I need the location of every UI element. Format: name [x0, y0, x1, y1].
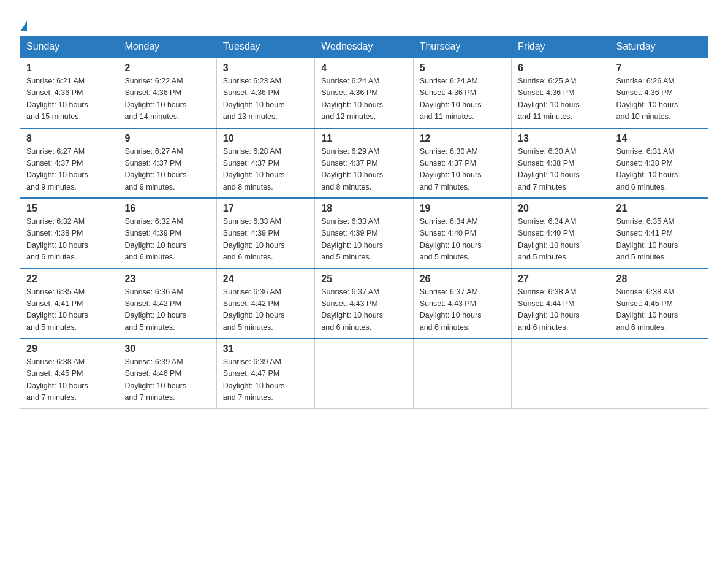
day-number: 8 [26, 133, 112, 144]
calendar-day-cell: 21Sunrise: 6:35 AMSunset: 4:41 PMDayligh… [610, 198, 708, 269]
calendar-day-cell: 11Sunrise: 6:29 AMSunset: 4:37 PMDayligh… [315, 128, 413, 199]
calendar-day-cell: 30Sunrise: 6:39 AMSunset: 4:46 PMDayligh… [118, 339, 216, 408]
day-number: 3 [223, 63, 308, 74]
day-number: 14 [616, 133, 702, 144]
day-info: Sunrise: 6:35 AMSunset: 4:41 PMDaylight:… [26, 286, 112, 334]
day-info: Sunrise: 6:24 AMSunset: 4:36 PMDaylight:… [321, 75, 406, 123]
calendar-day-cell: 18Sunrise: 6:33 AMSunset: 4:39 PMDayligh… [315, 198, 413, 269]
calendar-day-cell [413, 339, 511, 408]
logo [20, 15, 27, 31]
day-info: Sunrise: 6:39 AMSunset: 4:47 PMDaylight:… [223, 356, 308, 404]
calendar-header-row: SundayMondayTuesdayWednesdayThursdayFrid… [20, 36, 708, 58]
day-info: Sunrise: 6:28 AMSunset: 4:37 PMDaylight:… [223, 146, 308, 194]
calendar-week-row: 22Sunrise: 6:35 AMSunset: 4:41 PMDayligh… [20, 269, 708, 339]
calendar-week-row: 8Sunrise: 6:27 AMSunset: 4:37 PMDaylight… [20, 128, 708, 199]
calendar-day-cell: 17Sunrise: 6:33 AMSunset: 4:39 PMDayligh… [216, 198, 314, 269]
day-info: Sunrise: 6:37 AMSunset: 4:43 PMDaylight:… [420, 286, 505, 334]
day-number: 4 [321, 63, 406, 74]
calendar-table: SundayMondayTuesdayWednesdayThursdayFrid… [20, 36, 708, 409]
calendar-day-cell [315, 339, 413, 408]
calendar-day-cell: 20Sunrise: 6:34 AMSunset: 4:40 PMDayligh… [512, 198, 610, 269]
day-of-week-header: Saturday [610, 36, 708, 58]
calendar-day-cell: 25Sunrise: 6:37 AMSunset: 4:43 PMDayligh… [315, 269, 413, 339]
calendar-day-cell: 7Sunrise: 6:26 AMSunset: 4:36 PMDaylight… [610, 58, 708, 128]
day-of-week-header: Monday [118, 36, 216, 58]
day-number: 22 [26, 274, 112, 285]
day-number: 10 [223, 133, 308, 144]
logo-general-line [20, 15, 27, 31]
calendar-day-cell: 23Sunrise: 6:36 AMSunset: 4:42 PMDayligh… [118, 269, 216, 339]
day-of-week-header: Thursday [413, 36, 511, 58]
day-info: Sunrise: 6:38 AMSunset: 4:45 PMDaylight:… [616, 286, 702, 334]
day-number: 6 [518, 63, 603, 74]
calendar-day-cell: 5Sunrise: 6:24 AMSunset: 4:36 PMDaylight… [413, 58, 511, 128]
day-number: 30 [124, 343, 210, 354]
day-number: 2 [124, 63, 210, 74]
day-number: 12 [420, 133, 505, 144]
day-info: Sunrise: 6:39 AMSunset: 4:46 PMDaylight:… [124, 356, 210, 404]
calendar-day-cell: 15Sunrise: 6:32 AMSunset: 4:38 PMDayligh… [20, 198, 118, 269]
day-number: 1 [26, 63, 112, 74]
day-number: 28 [616, 274, 702, 285]
day-number: 16 [124, 203, 210, 214]
day-info: Sunrise: 6:31 AMSunset: 4:38 PMDaylight:… [616, 146, 702, 194]
day-number: 21 [616, 203, 702, 214]
calendar-day-cell: 9Sunrise: 6:27 AMSunset: 4:37 PMDaylight… [118, 128, 216, 199]
day-info: Sunrise: 6:35 AMSunset: 4:41 PMDaylight:… [616, 216, 702, 264]
day-number: 17 [223, 203, 308, 214]
day-info: Sunrise: 6:38 AMSunset: 4:44 PMDaylight:… [518, 286, 603, 334]
calendar-day-cell [610, 339, 708, 408]
calendar-day-cell: 19Sunrise: 6:34 AMSunset: 4:40 PMDayligh… [413, 198, 511, 269]
calendar-day-cell: 12Sunrise: 6:30 AMSunset: 4:37 PMDayligh… [413, 128, 511, 199]
day-info: Sunrise: 6:36 AMSunset: 4:42 PMDaylight:… [124, 286, 210, 334]
day-info: Sunrise: 6:26 AMSunset: 4:36 PMDaylight:… [616, 75, 702, 123]
calendar-day-cell: 13Sunrise: 6:30 AMSunset: 4:38 PMDayligh… [512, 128, 610, 199]
calendar-day-cell: 2Sunrise: 6:22 AMSunset: 4:36 PMDaylight… [118, 58, 216, 128]
day-info: Sunrise: 6:25 AMSunset: 4:36 PMDaylight:… [518, 75, 603, 123]
day-info: Sunrise: 6:38 AMSunset: 4:45 PMDaylight:… [26, 356, 112, 404]
day-number: 11 [321, 133, 406, 144]
day-number: 24 [223, 274, 308, 285]
day-info: Sunrise: 6:22 AMSunset: 4:36 PMDaylight:… [124, 75, 210, 123]
day-number: 31 [223, 343, 308, 354]
day-info: Sunrise: 6:30 AMSunset: 4:37 PMDaylight:… [420, 146, 505, 194]
day-number: 13 [518, 133, 603, 144]
calendar-day-cell: 6Sunrise: 6:25 AMSunset: 4:36 PMDaylight… [512, 58, 610, 128]
day-info: Sunrise: 6:32 AMSunset: 4:38 PMDaylight:… [26, 216, 112, 264]
day-of-week-header: Tuesday [216, 36, 314, 58]
calendar-day-cell: 31Sunrise: 6:39 AMSunset: 4:47 PMDayligh… [216, 339, 314, 408]
day-of-week-header: Friday [512, 36, 610, 58]
day-info: Sunrise: 6:34 AMSunset: 4:40 PMDaylight:… [420, 216, 505, 264]
day-number: 5 [420, 63, 505, 74]
day-of-week-header: Sunday [20, 36, 118, 58]
day-info: Sunrise: 6:30 AMSunset: 4:38 PMDaylight:… [518, 146, 603, 194]
day-info: Sunrise: 6:33 AMSunset: 4:39 PMDaylight:… [223, 216, 308, 264]
calendar-day-cell: 4Sunrise: 6:24 AMSunset: 4:36 PMDaylight… [315, 58, 413, 128]
day-info: Sunrise: 6:24 AMSunset: 4:36 PMDaylight:… [420, 75, 505, 123]
day-info: Sunrise: 6:36 AMSunset: 4:42 PMDaylight:… [223, 286, 308, 334]
calendar-day-cell: 10Sunrise: 6:28 AMSunset: 4:37 PMDayligh… [216, 128, 314, 199]
day-number: 7 [616, 63, 702, 74]
day-info: Sunrise: 6:33 AMSunset: 4:39 PMDaylight:… [321, 216, 406, 264]
calendar-day-cell: 22Sunrise: 6:35 AMSunset: 4:41 PMDayligh… [20, 269, 118, 339]
day-info: Sunrise: 6:21 AMSunset: 4:36 PMDaylight:… [26, 75, 112, 123]
day-number: 9 [124, 133, 210, 144]
day-of-week-header: Wednesday [315, 36, 413, 58]
day-number: 19 [420, 203, 505, 214]
day-info: Sunrise: 6:27 AMSunset: 4:37 PMDaylight:… [124, 146, 210, 194]
day-info: Sunrise: 6:32 AMSunset: 4:39 PMDaylight:… [124, 216, 210, 264]
calendar-day-cell: 14Sunrise: 6:31 AMSunset: 4:38 PMDayligh… [610, 128, 708, 199]
calendar-day-cell: 3Sunrise: 6:23 AMSunset: 4:36 PMDaylight… [216, 58, 314, 128]
day-number: 18 [321, 203, 406, 214]
day-info: Sunrise: 6:27 AMSunset: 4:37 PMDaylight:… [26, 146, 112, 194]
logo-triangle-icon [21, 21, 27, 31]
calendar-day-cell: 8Sunrise: 6:27 AMSunset: 4:37 PMDaylight… [20, 128, 118, 199]
page-header [20, 15, 708, 31]
day-number: 23 [124, 274, 210, 285]
day-number: 29 [26, 343, 112, 354]
calendar-day-cell: 27Sunrise: 6:38 AMSunset: 4:44 PMDayligh… [512, 269, 610, 339]
calendar-day-cell: 16Sunrise: 6:32 AMSunset: 4:39 PMDayligh… [118, 198, 216, 269]
calendar-day-cell: 28Sunrise: 6:38 AMSunset: 4:45 PMDayligh… [610, 269, 708, 339]
day-number: 25 [321, 274, 406, 285]
calendar-week-row: 15Sunrise: 6:32 AMSunset: 4:38 PMDayligh… [20, 198, 708, 269]
